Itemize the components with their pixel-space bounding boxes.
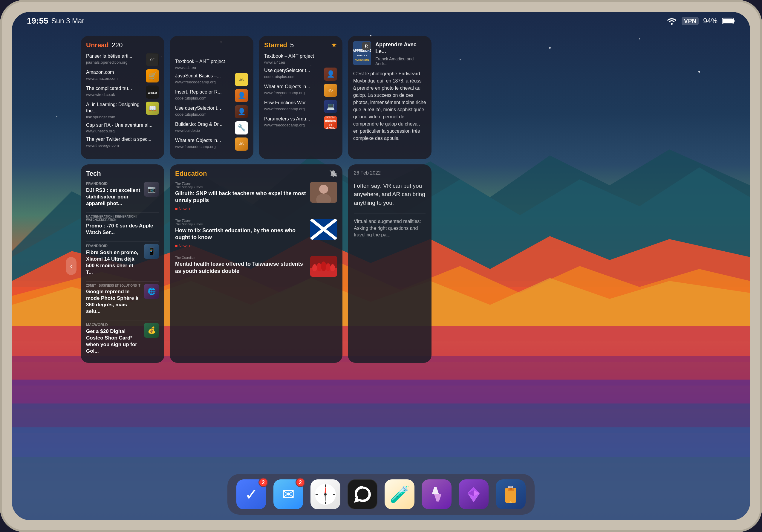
starred-item-3[interactable]: What are Objects in... www.freecodecamp.… bbox=[264, 84, 337, 97]
dock-icon-mail[interactable]: ✉ 2 bbox=[273, 480, 303, 509]
dock-icon-pencil[interactable] bbox=[496, 480, 526, 509]
widget-quote[interactable]: 26 Feb 2022 I often say: VR can put you … bbox=[348, 164, 431, 363]
starred-title: Starred bbox=[264, 41, 287, 49]
feed-item-m5[interactable]: Builder.io: Drag & Dr... www.builder.io … bbox=[175, 121, 248, 134]
starred-item-4[interactable]: How Functions Wor... www.freecodecamp.or… bbox=[264, 100, 337, 113]
starred-item-2[interactable]: Use querySelector t... code.tutsplus.com… bbox=[264, 68, 337, 81]
feed-item-4[interactable]: AI in Learning: Designing the... link.sp… bbox=[86, 102, 159, 119]
tech-item-4[interactable]: ZDNET - BUSINESS ET SOLUTIONS IT Google … bbox=[86, 284, 159, 318]
widget-tech[interactable]: Tech FRANDROID DJI RS3 : cet excellent s… bbox=[81, 164, 164, 363]
tech-article-3: Fibre Sosh en promo, Xiaomi 14 Ultra déj… bbox=[86, 249, 141, 275]
svg-rect-25 bbox=[723, 19, 733, 23]
feed-item-m4[interactable]: Use querySelector t... code.tutsplus.com… bbox=[175, 105, 248, 118]
starred-title-5: Parameters vs Argu... bbox=[264, 116, 322, 122]
sidebar-arrow[interactable]: ‹ bbox=[66, 257, 77, 275]
feed-item-m1[interactable]: Textbook – AI4T project www.ai4t.eu bbox=[175, 59, 248, 70]
tech-thumb-1: 📷 bbox=[144, 182, 159, 197]
edu-title-1: Gilruth: SNP will back teachers who expe… bbox=[175, 190, 307, 204]
edu-article-3[interactable]: The Guardian Mental health leave offered… bbox=[175, 256, 337, 277]
svg-point-50 bbox=[330, 264, 335, 271]
dock-icon-lab[interactable]: 🧪 bbox=[385, 480, 415, 509]
starred-thumb-2: 👤 bbox=[324, 68, 337, 81]
starred-domain-1: www.ai4t.eu bbox=[264, 60, 337, 65]
feed-item-5[interactable]: Cap sur l'IA - Une aventure al... www.un… bbox=[86, 122, 159, 134]
svg-point-57 bbox=[324, 493, 327, 495]
starred-title-3: What are Objects in... bbox=[264, 84, 322, 90]
edu-article-1[interactable]: The TimesThe Sunday Times Gilruth: SNP w… bbox=[175, 182, 337, 215]
dock-icon-safari[interactable] bbox=[311, 480, 341, 509]
feed-item-m3[interactable]: Insert, Replace or R... code.tutsplus.co… bbox=[175, 89, 248, 102]
starred-item-5[interactable]: Parameters vs Argu... www.freecodecamp.o… bbox=[264, 116, 337, 129]
starred-icon: ★ bbox=[331, 41, 337, 49]
edu-title: Education bbox=[175, 170, 207, 178]
svg-rect-71 bbox=[509, 486, 512, 488]
feed-title-3: The complicated tru... bbox=[86, 86, 143, 92]
svg-text:WIRED: WIRED bbox=[148, 92, 157, 95]
feed-title-m3: Insert, Replace or R... bbox=[175, 89, 233, 95]
lab-icon: 🧪 bbox=[390, 485, 410, 504]
feed-item-m2[interactable]: JavaScript Basics –... www.freecodecamp.… bbox=[175, 73, 248, 86]
feed-item-1[interactable]: Panser la bêtise arti... journals.opened… bbox=[86, 53, 159, 66]
tech-item-1[interactable]: FRANDROID DJI RS3 : cet excellent stabil… bbox=[86, 182, 159, 210]
feed-domain-m6: www.freecodecamp.org bbox=[175, 144, 233, 149]
starred-domain-2: code.tutsplus.com bbox=[264, 74, 322, 79]
svg-text:OE: OE bbox=[150, 58, 155, 62]
feed-item-m6[interactable]: What are Objects in... www.freecodecamp.… bbox=[175, 137, 248, 151]
dock-icon-shortcuts[interactable] bbox=[421, 480, 451, 509]
starred-domain-5: www.freecodecamp.org bbox=[264, 123, 322, 127]
mail-icon: ✉ bbox=[282, 486, 295, 503]
feed-title-2: Amazon.com bbox=[86, 69, 143, 76]
feed-thumb-m3: 👤 bbox=[235, 89, 248, 102]
quote-date: 26 Feb 2022 bbox=[354, 170, 425, 176]
ipad-frame: 19:55 Sun 3 Mar VPN 94% ‹ bbox=[0, 0, 762, 532]
widget-unread-mid[interactable]: Textbook – AI4T project www.ai4t.eu Java… bbox=[170, 36, 254, 159]
starred-title-4: How Functions Wor... bbox=[264, 100, 322, 106]
news-plus-badge-1: News+ bbox=[175, 206, 190, 211]
tech-item-3[interactable]: FRANDROID Fibre Sosh en promo, Xiaomi 14… bbox=[86, 244, 159, 278]
starred-title-2: Use querySelector t... bbox=[264, 68, 322, 74]
svg-text:JS: JS bbox=[239, 78, 244, 82]
feed-domain-5: www.unesco.org bbox=[86, 129, 159, 133]
feed-title-m4: Use querySelector t... bbox=[175, 105, 233, 112]
feed-item-6[interactable]: The year Twitter died: a spec... www.the… bbox=[86, 136, 159, 148]
feed-thumb-m2: JS bbox=[235, 73, 248, 86]
battery-percent: 94% bbox=[703, 17, 718, 25]
feed-title-m2: JavaScript Basics –... bbox=[175, 73, 233, 79]
edu-source-1: The TimesThe Sunday Times bbox=[175, 182, 307, 189]
feed-thumb-m5: 🔧 bbox=[235, 121, 248, 134]
tech-item-5[interactable]: MACWORLD Get a $20 Digital Costco Shop C… bbox=[86, 323, 159, 357]
book-header: APPRENDRE AVEC LE NUMÉRIQUE R Apprendre … bbox=[353, 41, 426, 66]
tech-source-5: MACWORLD bbox=[86, 323, 141, 327]
vpn-badge: VPN bbox=[682, 17, 699, 25]
feed-title-1: Panser la bêtise arti... bbox=[86, 53, 143, 59]
widget-starred[interactable]: Starred 5 ★ Textbook – AI4T project www.… bbox=[259, 36, 343, 159]
feed-domain-3: www.wired.co.uk bbox=[86, 92, 143, 97]
feed-item-2[interactable]: Amazon.com www.amazon.com 🛒 bbox=[86, 69, 159, 83]
starred-item-1[interactable]: Textbook – AI4T project www.ai4t.eu bbox=[264, 53, 337, 65]
chatgpt-icon bbox=[353, 485, 372, 504]
widget-education[interactable]: Education The TimesThe Sunday Times Gilr… bbox=[170, 164, 343, 363]
feed-title-m6: What are Objects in... bbox=[175, 137, 233, 144]
battery-icon bbox=[722, 18, 735, 24]
status-date: Sun 3 Mar bbox=[51, 17, 85, 25]
feed-thumb-4: 📖 bbox=[146, 102, 159, 115]
tech-item-2[interactable]: MACGENERATION | IGENERATION | WATCHGENER… bbox=[86, 215, 159, 239]
feed-item-3[interactable]: The complicated tru... www.wired.co.uk W… bbox=[86, 86, 159, 99]
book-cover: APPRENDRE AVEC LE NUMÉRIQUE R bbox=[353, 41, 371, 65]
edu-title-3: Mental health leave offered to Taiwanese… bbox=[175, 261, 307, 275]
dock-icon-tasks[interactable]: ✓ 2 bbox=[236, 480, 266, 509]
edu-article-2[interactable]: The TimesThe Sunday Times How to fix Sco… bbox=[175, 219, 337, 252]
widget-book[interactable]: APPRENDRE AVEC LE NUMÉRIQUE R Apprendre … bbox=[348, 36, 431, 159]
tech-article-5: Get a $20 Digital Costco Shop Card* when… bbox=[86, 328, 141, 354]
dock-icon-gem[interactable] bbox=[459, 480, 489, 509]
tech-article-1: DJI RS3 : cet excellent stabilisateur po… bbox=[86, 187, 141, 207]
svg-rect-24 bbox=[733, 20, 735, 22]
feed-thumb-3: WIRED bbox=[146, 86, 159, 99]
widget-unread[interactable]: Unread 220 Panser la bêtise arti... jour… bbox=[81, 36, 164, 159]
shortcuts-icon bbox=[427, 485, 446, 504]
starred-thumb-5: Para- meters vs Argu- bbox=[324, 116, 337, 129]
status-time: 19:55 bbox=[27, 16, 48, 26]
feed-domain-m4: code.tutsplus.com bbox=[175, 112, 233, 116]
feed-domain-6: www.theverge.com bbox=[86, 143, 159, 148]
dock-icon-chatgpt[interactable] bbox=[347, 480, 377, 509]
